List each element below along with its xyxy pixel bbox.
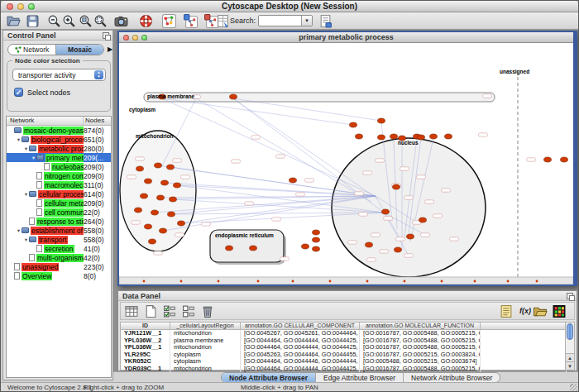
network-canvas[interactable]: plasma membrane cytoplasm mitochondrion … (119, 43, 573, 284)
create-view-icon[interactable] (184, 14, 198, 28)
tree-row[interactable]: secretion41(0) (7, 244, 111, 253)
network-node[interactable] (445, 134, 452, 139)
zoom-out-icon[interactable] (47, 14, 61, 28)
node-color-select[interactable]: transporter activity ▲▼ (12, 69, 106, 81)
tree-row[interactable]: nucleobase-209(0) (7, 162, 111, 171)
network-node[interactable] (419, 218, 427, 222)
import-table-icon[interactable] (216, 14, 230, 28)
select-attributes-icon[interactable] (162, 304, 177, 318)
tree-row[interactable]: ▼cellular process614(0) (7, 189, 111, 198)
table-scrollbar[interactable]: ▲ ▼ (565, 322, 575, 370)
network-node[interactable] (395, 247, 402, 252)
tree-row[interactable]: cell communicat22(0) (7, 208, 111, 217)
network-node[interactable] (378, 135, 385, 140)
tree-expander[interactable]: ▼ (23, 146, 29, 151)
network-node[interactable] (145, 179, 152, 184)
network-node[interactable] (366, 242, 373, 247)
network-node[interactable] (145, 224, 152, 229)
network-node[interactable] (151, 210, 159, 215)
network-node[interactable] (393, 184, 400, 189)
formula-fx-icon[interactable]: f(x) (518, 307, 533, 315)
lifebuoy-icon[interactable] (139, 14, 153, 28)
network-node[interactable] (378, 118, 385, 123)
network-node[interactable] (561, 157, 568, 162)
network-node[interactable] (136, 166, 144, 171)
network-node[interactable] (390, 134, 398, 139)
tree-row[interactable]: unassigned223(0) (7, 262, 111, 271)
panel-float-icon[interactable] (103, 32, 109, 39)
network-node[interactable] (350, 122, 357, 127)
table-row[interactable]: YKR052Ccytoplasm[GO:0044464, GO:0044446,… (121, 358, 567, 366)
tree-row[interactable]: macromolecule311(0) (7, 180, 111, 189)
open-file-icon[interactable] (7, 14, 21, 28)
network-node[interactable] (313, 237, 320, 242)
tree-row[interactable]: ▼transport558(0) (7, 235, 111, 244)
import-attributes-folder-icon[interactable] (533, 304, 548, 318)
unselect-attributes-icon[interactable] (181, 304, 196, 318)
search-options-icon[interactable] (318, 14, 333, 28)
network-node[interactable] (155, 163, 162, 168)
network-node[interactable] (178, 221, 185, 226)
network-node[interactable] (160, 228, 167, 233)
network-node[interactable] (149, 239, 156, 244)
network-node[interactable] (302, 244, 309, 249)
browser-tab[interactable]: Edge Attribute Browser (315, 373, 403, 382)
tree-expander[interactable]: ▼ (23, 237, 29, 242)
scroll-down-arrow[interactable]: ▼ (566, 361, 574, 370)
tree-row[interactable]: cellular metabo209(0) (7, 198, 111, 208)
network-node[interactable] (174, 183, 181, 188)
search-input[interactable] (261, 16, 300, 26)
network-node[interactable] (407, 234, 414, 239)
heatmap-matrix-icon[interactable] (552, 304, 567, 318)
tree-row[interactable]: ▼biological_process651(0) (7, 135, 111, 144)
scrollbar-thumb[interactable] (567, 323, 573, 340)
network-node[interactable] (167, 165, 175, 170)
tree-row[interactable]: response to stimulu264(0) (7, 217, 111, 226)
zoom-selected-icon[interactable] (79, 14, 93, 28)
network-node[interactable] (313, 246, 320, 251)
select-nodes-checkbox[interactable]: ✓ (14, 88, 23, 97)
table-row[interactable]: YPL036W__2plasma membrane[GO:0044464, GO… (121, 337, 567, 345)
tree-row[interactable]: ▼primary metabo209(... (7, 153, 111, 162)
save-icon[interactable] (26, 14, 40, 28)
tree-expander[interactable]: ▼ (23, 192, 29, 197)
network-node[interactable] (230, 94, 237, 99)
network-node[interactable] (544, 157, 552, 162)
network-node[interactable] (170, 197, 177, 202)
network-node[interactable] (157, 195, 165, 200)
tree-expander[interactable]: ▼ (16, 228, 22, 233)
attribute-table-icon[interactable] (124, 304, 139, 318)
network-node[interactable] (356, 134, 363, 139)
network-node[interactable] (290, 178, 297, 183)
network-node[interactable] (313, 230, 320, 235)
table-row[interactable]: YPL036W__1mitochondrion[GO:0044464, GO:0… (121, 344, 567, 351)
zoom-in-icon[interactable] (62, 14, 76, 28)
data-panel-float-icon[interactable] (567, 293, 573, 299)
network-node[interactable] (382, 209, 390, 214)
new-attribute-icon[interactable] (143, 304, 158, 318)
scroll-up-arrow[interactable]: ▲ (566, 353, 574, 361)
browser-tab[interactable]: Network Attribute Browser (403, 373, 500, 382)
network-thumbnail-icon[interactable] (162, 14, 176, 28)
network-node[interactable] (135, 208, 142, 213)
network-node[interactable] (250, 246, 257, 251)
attribute-table[interactable]: ID_cellularLayoutRegionannotation.GO CEL… (120, 322, 567, 370)
network-node[interactable] (141, 194, 148, 198)
tree-row[interactable]: ▼metabolic process280(0) (7, 144, 111, 153)
network-node[interactable] (226, 246, 233, 251)
attribute-list-icon[interactable] (499, 304, 514, 318)
tree-expander[interactable]: ▼ (16, 137, 22, 142)
tree-expander[interactable]: ▼ (31, 155, 36, 160)
tab-overflow-arrow[interactable]: ▶ (108, 45, 112, 53)
tree-row[interactable]: mosaic-demo-yeast874(0) (7, 126, 111, 135)
zoom-fit-icon[interactable] (93, 14, 108, 28)
delete-attribute-trash-icon[interactable] (200, 304, 215, 318)
tree-row[interactable]: multi-organism pro42(0) (7, 253, 111, 262)
tree-row[interactable]: nitrogen compo209(0) (7, 171, 111, 180)
snapshot-camera-icon[interactable] (114, 14, 128, 28)
tree-row[interactable]: Overview8(0) (7, 271, 111, 280)
tree-row[interactable]: ▼establishment of lo558(0) (7, 226, 111, 235)
tab-network[interactable]: Network (8, 45, 55, 55)
network-node[interactable] (168, 212, 175, 217)
tab-mosaic[interactable]: Mosaic (55, 45, 103, 55)
